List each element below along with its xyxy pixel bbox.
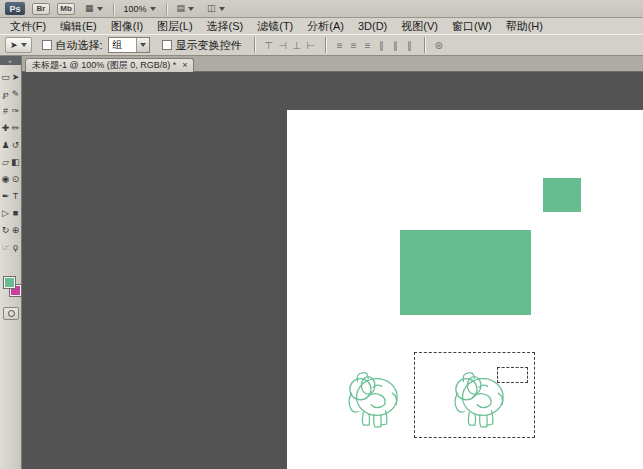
chevron-down-icon [21,43,27,47]
eraser-tool[interactable]: ▱ [1,153,11,170]
move-tool[interactable]: ➤ [11,68,21,85]
distribute-top-edges-icon[interactable]: ≡ [333,38,347,53]
quick-mask-mode-button[interactable] [3,307,19,320]
path-selection-tool[interactable]: ▷ [1,204,11,221]
distribute-right-edges-icon[interactable]: ∥ [403,38,417,53]
foreground-color-swatch[interactable] [4,277,15,288]
brush-tool[interactable]: ✏ [11,119,21,136]
show-transform-controls-label: 显示变换控件 [176,38,242,53]
distribute-horizontal-centers-icon[interactable]: ∥ [389,38,403,53]
tool-preset-picker[interactable]: ➤ [5,37,32,53]
chevron-down-icon [97,7,103,11]
options-separator [325,37,326,53]
view-extras-button[interactable]: ▤ [174,3,198,14]
screen-mode-button[interactable]: ◫ [204,3,228,14]
photoshop-window: Ps Br Mb ▦ 100% ▤ ◫ 文件(F) 编辑(E) 图像(I) 图层… [0,0,643,469]
menu-analysis[interactable]: 分析(A) [300,18,351,34]
spot-healing-brush-tool[interactable]: ✚ [1,119,11,136]
rectangle-tool[interactable]: ■ [11,204,21,221]
document-tab-title: 未标题-1 @ 100% (图层 0, RGB/8) * [32,59,176,72]
menu-help[interactable]: 帮助(H) [499,18,550,34]
options-separator [254,37,255,53]
chevron-down-icon [140,43,146,47]
launch-bridge-button[interactable]: Br [32,3,50,15]
3d-orbit-tool[interactable]: ⊕ [11,221,21,238]
chevron-down-icon [188,7,194,11]
quick-mask-icon [8,310,15,317]
align-left-edges-icon[interactable]: ⊢ [304,38,318,53]
sketch-drawing-left [344,364,402,430]
chevron-down-icon [150,7,156,11]
tools-panel-collapse-button[interactable]: » [0,56,21,65]
distribute-left-edges-icon[interactable]: ∥ [375,38,389,53]
launch-mobile-button[interactable]: Mb [57,3,75,15]
menu-bar: 文件(F) 编辑(E) 图像(I) 图层(L) 选择(S) 滤镜(T) 分析(A… [0,18,643,34]
tool-options-bar: ➤ 自动选择: 组 显示变换控件 ⊤ ⊣ ⊥ ⊢ ≡ ≡ ≡ ∥ ∥ ∥ ⊛ [0,34,643,56]
menu-view[interactable]: 视图(V) [394,18,445,34]
auto-select-label: 自动选择: [56,38,103,53]
show-transform-controls-checkbox[interactable] [162,40,172,50]
pen-tool[interactable]: ✒ [1,187,11,204]
type-tool[interactable]: T [11,187,21,204]
menu-layer[interactable]: 图层(L) [150,18,199,34]
photoshop-logo[interactable]: Ps [5,2,25,15]
selection-marquee[interactable] [414,352,535,438]
quick-selection-tool[interactable]: ✎ [11,85,21,102]
distribute-vertical-centers-icon[interactable]: ≡ [347,38,361,53]
application-bar: Ps Br Mb ▦ 100% ▤ ◫ [0,0,643,18]
rectangular-marquee-tool[interactable]: ▭ [1,68,11,85]
menu-edit[interactable]: 编辑(E) [53,18,104,34]
tools-panel: » ▭ ➤ ℘ ✎ # ✑ ✚ ✏ ♟ ↺ ▱ ◧ ◉ ⊙ ✒ T ▷ ■ ↻ … [0,56,22,469]
zoom-tool[interactable]: ϙ [11,238,21,255]
screen-mode-icon: ◫ [207,4,216,13]
arrange-documents-button[interactable]: ▦ [82,3,106,14]
titlebar-separator [166,3,167,15]
lasso-tool[interactable]: ℘ [1,85,11,102]
document-tab[interactable]: 未标题-1 @ 100% (图层 0, RGB/8) * × [25,58,194,72]
align-top-edges-icon[interactable]: ⊤ [262,38,276,53]
hand-tool[interactable]: ☞ [1,238,11,255]
align-bottom-edges-icon[interactable]: ⊥ [290,38,304,53]
close-document-icon[interactable]: × [182,61,187,70]
gradient-tool[interactable]: ◧ [11,153,21,170]
dropdown-arrow-button[interactable] [136,38,149,52]
dodge-tool[interactable]: ⊙ [11,170,21,187]
blur-tool[interactable]: ◉ [1,170,11,187]
3d-rotate-tool[interactable]: ↻ [1,221,11,238]
history-brush-tool[interactable]: ↺ [11,136,21,153]
auto-select-target-dropdown[interactable]: 组 [108,37,150,53]
arrange-documents-icon: ▦ [85,4,94,13]
auto-select-checkbox[interactable] [42,40,52,50]
auto-select-target-value: 组 [109,38,136,52]
small-dashed-box[interactable] [497,367,528,383]
zoom-level-dropdown[interactable]: 100% [121,3,159,15]
document-tab-well: 未标题-1 @ 100% (图层 0, RGB/8) * × [0,56,643,72]
crop-tool[interactable]: # [1,102,11,119]
distribute-bottom-edges-icon[interactable]: ≡ [361,38,375,53]
menu-3d[interactable]: 3D(D) [351,18,394,34]
move-tool-icon: ➤ [10,41,18,50]
chevron-down-icon [219,7,225,11]
eyedropper-tool[interactable]: ✑ [11,102,21,119]
tools-grid: ▭ ➤ ℘ ✎ # ✑ ✚ ✏ ♟ ↺ ▱ ◧ ◉ ⊙ ✒ T ▷ ■ ↻ ⊕ … [0,68,21,255]
canvas-area[interactable] [22,72,643,469]
green-square-shape [543,178,581,212]
menu-file[interactable]: 文件(F) [3,18,53,34]
menu-filter[interactable]: 滤镜(T) [250,18,300,34]
view-extras-icon: ▤ [177,4,186,13]
menu-window[interactable]: 窗口(W) [445,18,499,34]
options-separator [424,37,425,53]
clone-stamp-tool[interactable]: ♟ [1,136,11,153]
menu-select[interactable]: 选择(S) [200,18,251,34]
titlebar-separator [113,3,114,15]
menu-image[interactable]: 图像(I) [104,18,150,34]
auto-align-layers-icon[interactable]: ⊛ [432,38,446,53]
green-rectangle-shape [400,230,531,315]
zoom-level-value: 100% [124,4,147,14]
align-vertical-centers-icon[interactable]: ⊣ [276,38,290,53]
